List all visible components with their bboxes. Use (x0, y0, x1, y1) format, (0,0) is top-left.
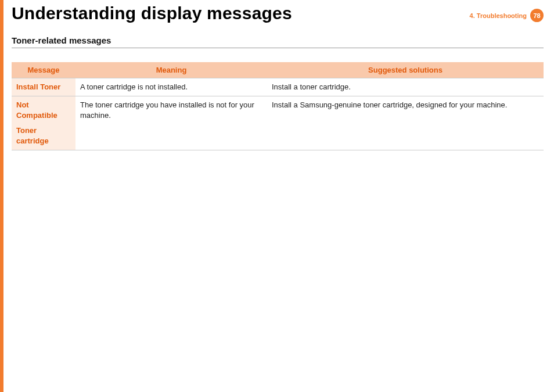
message-main: Not Compatible (16, 100, 57, 120)
page-header: Understanding display messages 4. Troubl… (3, 0, 554, 24)
messages-table: Message Meaning Suggested solutions Inst… (12, 62, 544, 151)
chapter-label: 4. Troubleshooting (470, 12, 527, 19)
cell-solutions: Install a Samsung-genuine toner cartridg… (267, 96, 544, 150)
cell-meaning: The toner cartridge you have installed i… (75, 96, 267, 150)
col-message: Message (12, 62, 75, 78)
chapter-crumb: 4. Troubleshooting 78 (470, 3, 544, 22)
cell-solutions: Install a toner cartridge. (267, 78, 544, 96)
message-sub: Toner cartridge (16, 125, 71, 146)
page-title: Understanding display messages (12, 3, 292, 24)
page-number-badge: 78 (530, 9, 544, 22)
document-page: Understanding display messages 4. Troubl… (0, 0, 554, 392)
table-row: Not Compatible Toner cartridge The toner… (12, 96, 544, 150)
col-meaning: Meaning (75, 62, 267, 78)
cell-message: Install Toner (12, 78, 75, 96)
col-solutions: Suggested solutions (267, 62, 544, 78)
section: Toner-related messages Message Meaning S… (3, 24, 554, 151)
table-row: Install Toner A toner cartridge is not i… (12, 78, 544, 96)
cell-message: Not Compatible Toner cartridge (12, 96, 75, 150)
section-title: Toner-related messages (12, 35, 544, 48)
cell-meaning: A toner cartridge is not installed. (75, 78, 267, 96)
table-header-row: Message Meaning Suggested solutions (12, 62, 544, 78)
message-main: Install Toner (16, 82, 60, 91)
